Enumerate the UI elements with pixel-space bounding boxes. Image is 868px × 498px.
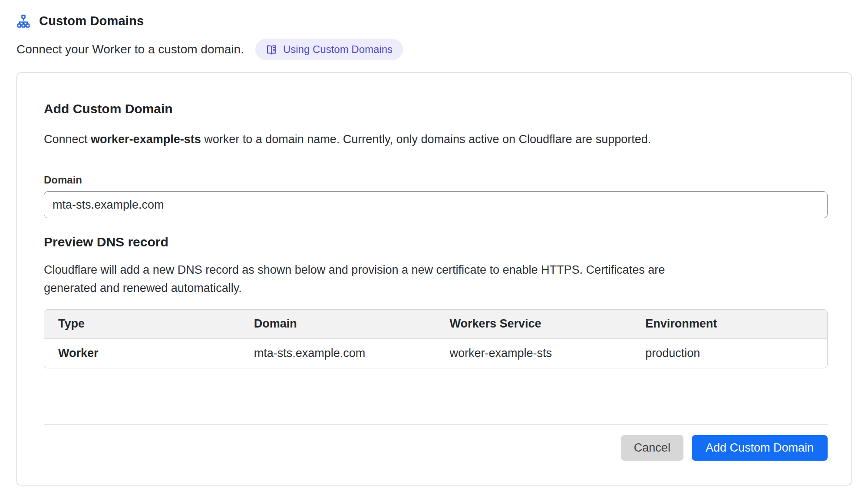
cell-environment: production xyxy=(631,338,827,368)
cell-domain: mta-sts.example.com xyxy=(240,338,436,368)
domain-input[interactable] xyxy=(44,191,828,218)
page-title: Custom Domains xyxy=(39,14,144,28)
page-subheader: Connect your Worker to a custom domain. … xyxy=(17,39,851,60)
dialog-heading: Add Custom Domain xyxy=(44,102,828,116)
dialog-actions: Cancel Add Custom Domain xyxy=(44,435,828,461)
cell-workers-service: worker-example-sts xyxy=(436,338,632,368)
column-header-environment: Environment xyxy=(631,310,827,338)
dialog-description: Connect worker-example-sts worker to a d… xyxy=(44,133,828,146)
preview-dns-heading: Preview DNS record xyxy=(44,235,828,249)
open-book-icon xyxy=(266,44,277,56)
column-header-workers-service: Workers Service xyxy=(436,310,632,338)
using-custom-domains-link[interactable]: Using Custom Domains xyxy=(255,39,403,60)
footer-divider xyxy=(44,424,828,425)
page-subtitle: Connect your Worker to a custom domain. xyxy=(17,43,244,56)
worker-name: worker-example-sts xyxy=(91,133,201,146)
add-custom-domain-card: Add Custom Domain Connect worker-example… xyxy=(17,72,851,485)
domain-label: Domain xyxy=(44,174,828,186)
column-header-type: Type xyxy=(44,310,240,338)
dns-preview-table: Type Domain Workers Service Environment … xyxy=(44,309,828,368)
add-custom-domain-button[interactable]: Add Custom Domain xyxy=(692,435,828,461)
table-header-row: Type Domain Workers Service Environment xyxy=(44,310,827,338)
sitemap-icon xyxy=(17,14,30,28)
docs-link-label: Using Custom Domains xyxy=(283,43,393,56)
cancel-button[interactable]: Cancel xyxy=(621,435,683,461)
table-row: Worker mta-sts.example.com worker-exampl… xyxy=(44,338,827,368)
description-suffix: worker to a domain name. Currently, only… xyxy=(201,133,651,146)
cell-type: Worker xyxy=(44,338,240,368)
page-header: Custom Domains xyxy=(17,14,851,28)
column-header-domain: Domain xyxy=(240,310,436,338)
description-prefix: Connect xyxy=(44,133,91,146)
custom-domains-page: Custom Domains Connect your Worker to a … xyxy=(0,0,868,485)
preview-dns-description: Cloudflare will add a new DNS record as … xyxy=(44,261,678,297)
